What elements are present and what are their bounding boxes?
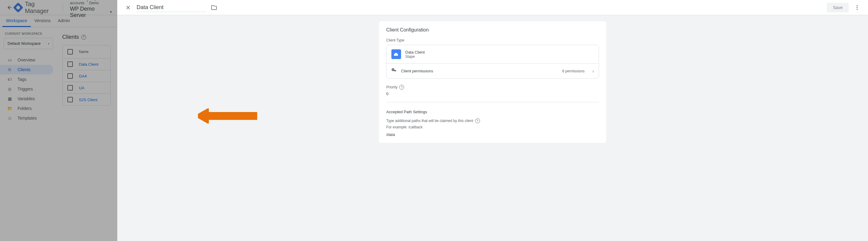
svg-point-1 [857, 7, 858, 8]
folder-icon[interactable] [210, 4, 218, 11]
tag-icon: 🏷 [7, 77, 13, 82]
tab-admin[interactable]: Admin [54, 15, 73, 27]
priority-value: 0 [386, 91, 599, 96]
client-title-input[interactable] [136, 3, 207, 12]
key-icon [392, 68, 397, 74]
row-checkbox[interactable] [67, 85, 73, 90]
chevron-right-icon: › [87, 0, 88, 3]
table-row[interactable]: UA [63, 82, 110, 94]
column-name: Name [79, 50, 89, 54]
tab-versions[interactable]: Versions [31, 15, 54, 27]
table-row[interactable]: Data Client [63, 58, 110, 70]
help-icon[interactable]: ? [81, 35, 86, 40]
trigger-icon: ◎ [7, 87, 13, 91]
client-config-card: Client Configuration Client Type Data Cl… [379, 21, 606, 143]
breadcrumb[interactable]: All accounts › Stape GTM Demo WP Demo Se… [70, 0, 113, 19]
row-link[interactable]: S2S Client [79, 98, 97, 102]
table-row[interactable]: GA4 [63, 70, 110, 82]
sidebar-item-folders[interactable]: 📁 Folders [0, 104, 53, 113]
sidebar-item-variables[interactable]: ▦ Variables [0, 94, 53, 104]
tab-workspace[interactable]: Workspace [2, 15, 31, 27]
client-type-vendor: Stape [405, 54, 425, 59]
permissions-count: 6 permissions [562, 69, 585, 73]
close-button[interactable] [122, 1, 134, 14]
chevron-right-icon: › [48, 41, 49, 46]
sidebar-item-overview[interactable]: ▭ Overview [0, 55, 53, 65]
client-type-icon [392, 49, 401, 59]
page-title: Clients [62, 34, 79, 40]
caret-down-icon: ▼ [110, 10, 113, 14]
permissions-row[interactable]: Client permissions 6 permissions › [386, 63, 599, 78]
select-all-checkbox[interactable] [67, 49, 73, 54]
template-icon: ◇ [7, 116, 13, 121]
save-button[interactable]: Save [827, 3, 849, 12]
help-icon[interactable]: ? [399, 85, 404, 90]
client-detail-panel: Save Client Configuration Client Type Da… [117, 0, 868, 241]
sidebar-item-tags[interactable]: 🏷 Tags [0, 75, 53, 84]
row-checkbox[interactable] [67, 61, 73, 67]
row-link[interactable]: UA [79, 86, 84, 90]
svg-point-2 [857, 9, 858, 10]
client-type-selector[interactable]: Data Client Stape [386, 45, 599, 63]
table-row[interactable]: S2S Client [63, 94, 110, 105]
product-logo: Tag Manager [14, 1, 51, 15]
chevron-right-icon: › [592, 69, 594, 74]
dashboard-icon: ▭ [7, 57, 13, 62]
current-workspace-label: CURRENT WORKSPACE [4, 32, 53, 35]
row-checkbox[interactable] [67, 73, 73, 79]
variable-icon: ▦ [7, 96, 13, 101]
sidebar-item-templates[interactable]: ◇ Templates [0, 113, 53, 123]
row-checkbox[interactable] [67, 97, 73, 102]
product-name: Tag Manager [25, 1, 51, 15]
workspace-selector[interactable]: Default Workspace › [4, 38, 53, 49]
paths-description: Type additional paths that will be claim… [386, 119, 473, 123]
row-link[interactable]: GA4 [79, 74, 87, 78]
row-link[interactable]: Data Client [79, 62, 98, 66]
path-value: /data [386, 132, 599, 137]
client-type-name: Data Client [405, 50, 425, 54]
client-type-label: Client Type [386, 38, 599, 43]
sidebar-item-triggers[interactable]: ◎ Triggers [0, 84, 53, 94]
clients-table: Name Data Client GA4 UA S2S Client [62, 45, 111, 106]
help-icon[interactable]: ? [475, 118, 480, 123]
svg-point-0 [857, 5, 858, 6]
sidebar-item-clients[interactable]: ⎘ Clients [0, 65, 53, 75]
paths-example: For example: /callback [386, 125, 599, 129]
card-title: Client Configuration [386, 27, 599, 33]
priority-label: Priority [386, 85, 397, 89]
more-menu-button[interactable] [851, 1, 863, 14]
paths-section-title: Accepted Path Settings [386, 110, 599, 114]
folder-icon: 📁 [7, 106, 13, 111]
client-icon: ⎘ [7, 67, 13, 72]
